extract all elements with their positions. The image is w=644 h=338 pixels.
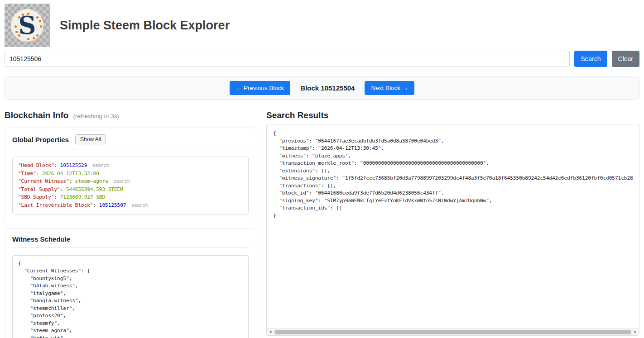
property-value: 105125529 (60, 162, 87, 168)
horizontal-scrollbar[interactable]: ◄ ► (267, 328, 639, 335)
search-input[interactable] (5, 51, 570, 67)
show-all-button[interactable]: Show All (75, 134, 106, 144)
witness-schedule-json: { "Current Witnesses": [ "bountyking5", … (12, 255, 249, 338)
property-value: 544655394.593 STEEM (66, 186, 123, 192)
search-results-panel: Search Results { "previous": "0644167fae… (266, 110, 639, 336)
scroll-left-arrow-icon[interactable]: ◄ (267, 328, 274, 335)
witness-schedule-card: Witness Schedule { "Current Witnesses": … (5, 229, 256, 338)
property-value: steem-agora (75, 178, 108, 184)
global-property-row: "Total Supply": 544655394.593 STEEM (18, 186, 243, 194)
scrollbar-thumb[interactable] (274, 330, 631, 334)
global-property-row: "Head Block": 105125529search (18, 162, 243, 170)
search-link[interactable]: search (114, 179, 130, 184)
witness-schedule-header: Witness Schedule (12, 235, 249, 248)
property-key: "Total Supply" (18, 186, 60, 192)
search-link[interactable]: search (131, 203, 148, 208)
property-key: "Time" (18, 171, 36, 176)
global-properties-header: Global Properties Show All (12, 134, 249, 149)
property-value: 105125507 (99, 202, 126, 208)
refresh-countdown: (refreshing in 3s) (73, 113, 119, 119)
logo-letter: S (19, 13, 36, 38)
next-block-button[interactable]: Next Block → (365, 81, 414, 95)
blockchain-info-heading: Blockchain Info (5, 110, 68, 120)
clear-button[interactable]: Clear (612, 51, 639, 67)
witness-schedule-title: Witness Schedule (12, 235, 70, 243)
property-key: "SBD Supply" (18, 194, 54, 200)
current-block-label: Block 105125504 (300, 84, 355, 92)
content-columns: Blockchain Info (refreshing in 3s) Globa… (5, 110, 639, 338)
property-key: "Head Block" (18, 162, 54, 168)
blockchain-info-header: Blockchain Info (refreshing in 3s) (5, 110, 256, 120)
global-property-row: "SBD Supply": 7123689.927 SBD (18, 193, 243, 201)
property-value: 7123689.927 SBD (60, 194, 105, 200)
search-results-card: { "previous": "0644167fae3ecadbfdb3fd5a0… (266, 124, 639, 336)
app-logo: S (5, 4, 50, 47)
global-properties-rows: "Head Block": 105125529search"Time": 202… (12, 157, 249, 214)
search-results-heading: Search Results (266, 110, 639, 120)
scroll-right-arrow-icon[interactable]: ► (632, 328, 639, 335)
blockchain-info-panel: Blockchain Info (refreshing in 3s) Globa… (5, 110, 256, 338)
global-property-row: "Last Irreversible Block": 105125507sear… (18, 201, 243, 209)
global-property-row: "Current Witness": steem-agorasearch (18, 177, 243, 186)
global-properties-card: Global Properties Show All "Head Block":… (5, 128, 256, 221)
page: S Simple Steem Block Explorer Search Cle… (0, 0, 644, 338)
property-value: 2026-04-12T13:32:00 (42, 171, 99, 176)
block-navigation: ← Previous Block Block 105125504 Next Bl… (5, 76, 639, 100)
global-property-row: "Time": 2026-04-12T13:32:00 (18, 170, 243, 178)
property-key: "Last Irreversible Block" (18, 202, 93, 208)
search-bar: Search Clear (5, 51, 639, 67)
search-button[interactable]: Search (574, 51, 607, 67)
search-link[interactable]: search (92, 163, 109, 168)
search-results-json: { "previous": "0644167fae3ecadbfdb3fd5a0… (273, 130, 633, 328)
global-properties-title: Global Properties (12, 136, 69, 143)
header: S Simple Steem Block Explorer (5, 4, 639, 47)
previous-block-button[interactable]: ← Previous Block (230, 81, 291, 95)
page-title: Simple Steem Block Explorer (60, 19, 230, 33)
property-key: "Current Witness" (18, 178, 69, 184)
